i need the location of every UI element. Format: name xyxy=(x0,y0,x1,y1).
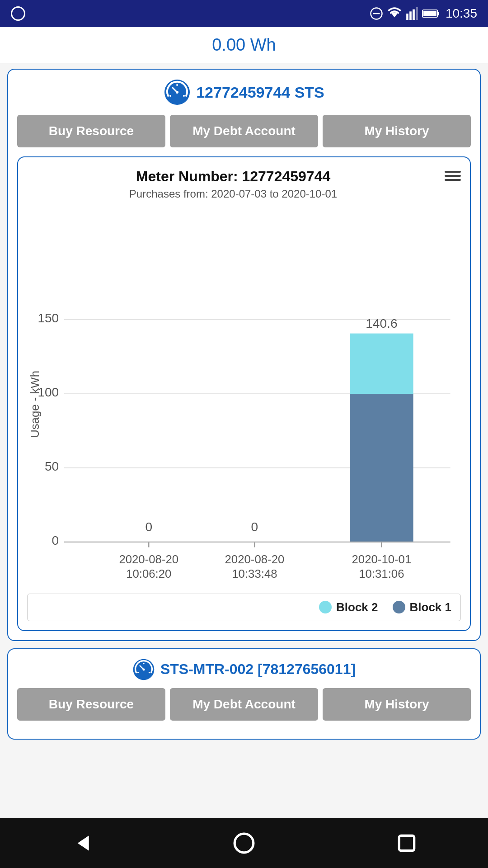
back-icon xyxy=(70,832,93,854)
svg-point-43 xyxy=(149,672,150,673)
meter2-id[interactable]: STS-MTR-002 [78127656011] xyxy=(160,661,356,678)
svg-point-12 xyxy=(176,91,178,94)
chart-menu-icon[interactable] xyxy=(445,171,461,181)
svg-point-40 xyxy=(142,668,145,670)
svg-point-14 xyxy=(176,84,178,86)
svg-text:100: 100 xyxy=(38,385,59,399)
meter2-tabs: Buy Resource My Debt Account My History xyxy=(17,688,471,721)
home-icon xyxy=(233,832,255,854)
svg-rect-9 xyxy=(423,11,436,16)
svg-rect-6 xyxy=(416,7,418,20)
legend-dot-block1 xyxy=(393,601,405,613)
bar3-block1 xyxy=(350,394,413,542)
meter2-icon xyxy=(132,658,155,681)
svg-point-41 xyxy=(137,672,139,673)
svg-rect-5 xyxy=(413,9,415,20)
home-button[interactable] xyxy=(233,832,255,854)
legend-block1: Block 1 xyxy=(393,600,452,614)
legend-block2-label: Block 2 xyxy=(336,600,378,614)
chart-title: Meter Number: 12772459744 xyxy=(27,168,439,185)
dnd-icon xyxy=(370,7,383,20)
meter1-card: 12772459744 STS Buy Resource My Debt Acc… xyxy=(7,69,481,641)
svg-point-15 xyxy=(183,95,185,97)
svg-rect-46 xyxy=(399,835,414,850)
back-button[interactable] xyxy=(70,832,93,854)
my-history-button[interactable]: My History xyxy=(323,115,471,147)
chart-subtitle: Purchases from: 2020-07-03 to 2020-10-01 xyxy=(27,188,439,200)
chart-area: Usage - kWh 150 100 50 0 xyxy=(27,214,461,586)
meter1-id[interactable]: 12772459744 STS xyxy=(196,84,324,101)
meter1-icon xyxy=(164,79,191,106)
meter2-card: STS-MTR-002 [78127656011] Buy Resource M… xyxy=(7,648,481,740)
legend-dot-block2 xyxy=(319,601,332,613)
svg-text:150: 150 xyxy=(38,311,59,325)
svg-text:0: 0 xyxy=(251,520,258,534)
svg-rect-8 xyxy=(437,12,439,15)
energy-value: 0.00 Wh xyxy=(212,35,276,54)
main-content: 12772459744 STS Buy Resource My Debt Acc… xyxy=(0,63,488,818)
svg-text:0: 0 xyxy=(52,533,59,547)
svg-rect-4 xyxy=(409,11,412,20)
svg-marker-44 xyxy=(78,835,89,850)
chart-card: Meter Number: 12772459744 Purchases from… xyxy=(17,156,471,631)
bar3-block2 xyxy=(350,334,413,394)
energy-bar: 0.00 Wh xyxy=(0,27,488,63)
recents-icon xyxy=(395,832,418,854)
svg-rect-3 xyxy=(406,14,408,20)
signal-icons xyxy=(370,7,440,20)
svg-text:0: 0 xyxy=(145,520,152,534)
svg-text:2020-08-20: 2020-08-20 xyxy=(119,553,178,566)
svg-point-45 xyxy=(235,834,253,853)
svg-point-42 xyxy=(143,663,144,664)
notification-icon xyxy=(11,6,25,21)
chart-legend: Block 2 Block 1 xyxy=(27,594,461,621)
svg-text:50: 50 xyxy=(45,459,59,473)
status-bar-right: 10:35 xyxy=(370,6,477,21)
legend-block2: Block 2 xyxy=(319,600,378,614)
nav-bar xyxy=(0,818,488,868)
my-debt-button-2[interactable]: My Debt Account xyxy=(170,688,318,721)
my-debt-button[interactable]: My Debt Account xyxy=(170,115,318,147)
buy-resource-button-2[interactable]: Buy Resource xyxy=(17,688,165,721)
bar-chart: Usage - kWh 150 100 50 0 xyxy=(27,214,461,585)
meter1-tabs: Buy Resource My Debt Account My History xyxy=(17,115,471,147)
status-bar: 10:35 xyxy=(0,0,488,27)
svg-text:10:33:48: 10:33:48 xyxy=(232,567,277,580)
battery-icon xyxy=(422,8,440,19)
svg-text:2020-08-20: 2020-08-20 xyxy=(225,553,285,566)
svg-text:Usage - kWh: Usage - kWh xyxy=(28,371,41,438)
wifi-icon xyxy=(387,7,402,20)
signal-icon xyxy=(406,7,418,20)
meter1-header: 12772459744 STS xyxy=(17,79,471,106)
meter2-header: STS-MTR-002 [78127656011] xyxy=(17,658,471,681)
buy-resource-button[interactable]: Buy Resource xyxy=(17,115,165,147)
svg-text:10:31:06: 10:31:06 xyxy=(359,567,404,580)
my-history-button-2[interactable]: My History xyxy=(323,688,471,721)
svg-text:10:06:20: 10:06:20 xyxy=(126,567,171,580)
svg-text:140.6: 140.6 xyxy=(366,316,397,330)
recents-button[interactable] xyxy=(395,832,418,854)
status-time: 10:35 xyxy=(446,6,477,21)
legend-block1-label: Block 1 xyxy=(410,600,452,614)
svg-point-13 xyxy=(169,95,171,97)
svg-text:2020-10-01: 2020-10-01 xyxy=(352,553,412,566)
status-bar-left xyxy=(11,6,25,21)
